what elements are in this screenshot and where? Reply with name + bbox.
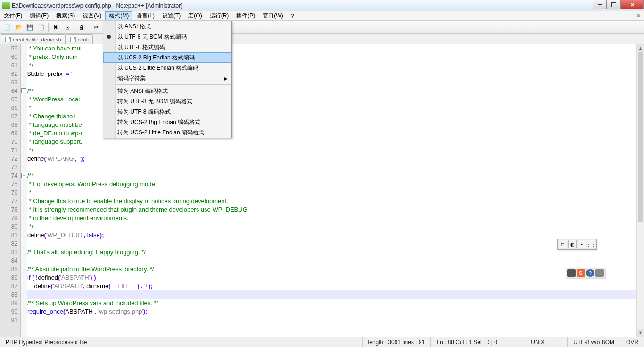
menu-item[interactable]: 文件(F)	[0, 11, 26, 20]
encoding-menu-item[interactable]: 转为 UCS-2 Little Endian 编码格式	[103, 127, 231, 138]
window-controls	[593, 0, 644, 9]
line-number: 76	[0, 189, 20, 197]
code-line[interactable]	[27, 316, 636, 324]
encoding-menu-item[interactable]: 以 UTF-8 格式编码	[103, 42, 231, 52]
code-line[interactable]	[27, 163, 636, 172]
menu-item[interactable]: 宏(O)	[184, 11, 206, 20]
encoding-menu: 以 ANSI 格式以 UTF-8 无 BOM 格式编码以 UTF-8 格式编码以…	[103, 21, 232, 138]
code-line[interactable]: */	[27, 223, 636, 231]
fold-column: --	[21, 44, 27, 337]
document-icon	[5, 37, 11, 42]
menu-item[interactable]: 搜索(S)	[52, 11, 79, 20]
window-title: E:\Downloads\wordpress\wp-config.php - N…	[12, 2, 182, 9]
encoding-menu-item[interactable]: 以 UCS-2 Little Endian 格式编码	[103, 63, 231, 73]
code-line[interactable]: define('WPLANG', '');	[27, 155, 636, 163]
close-button[interactable]	[621, 0, 644, 9]
menu-item[interactable]: 编辑(E)	[26, 11, 52, 20]
code-line[interactable]: /**	[27, 172, 636, 180]
encoding-menu-item[interactable]: 转为 UTF-8 编码格式	[103, 107, 231, 117]
line-number: 75	[0, 180, 20, 189]
code-line[interactable]	[27, 240, 636, 248]
status-eol: UNIX	[525, 337, 568, 347]
line-number: 77	[0, 197, 20, 206]
code-line[interactable]: * Change this to true to enable the disp…	[27, 197, 636, 206]
print-icon[interactable]: 🖨	[76, 22, 87, 33]
tool-icon[interactable]: •	[578, 240, 586, 248]
window-titlebar: E:\Downloads\wordpress\wp-config.php - N…	[0, 0, 644, 11]
floating-toolbar[interactable]: □ ◐ • ⋮⋮	[557, 239, 597, 250]
status-length: length : 3061 lines : 91	[363, 337, 431, 347]
open-file-icon[interactable]: 📂	[13, 22, 24, 33]
scroll-down-icon[interactable]: ▼	[637, 329, 644, 337]
line-number: 67	[0, 112, 20, 121]
code-line[interactable]: /** Absolute path to the WordPress direc…	[27, 265, 636, 273]
fold-toggle-icon[interactable]: -	[21, 88, 26, 93]
code-line[interactable]: /* That's all, stop editing! Happy blogg…	[27, 248, 636, 256]
code-line[interactable]: if ( !defined('ABSPATH') )	[27, 273, 636, 282]
tab-createtable[interactable]: createtable_demo.sh	[1, 34, 66, 44]
code-line[interactable]: /** Sets up WordPress vars and included …	[27, 299, 636, 307]
line-number: 63	[0, 78, 20, 87]
encoding-menu-item[interactable]: 以 UCS-2 Big Endian 格式编码	[103, 52, 231, 63]
menu-item[interactable]: 窗口(W)	[259, 11, 287, 20]
status-encoding: UTF-8 w/o BOM	[568, 337, 620, 347]
menu-item[interactable]: 运行(R)	[206, 11, 233, 20]
ime-help-icon[interactable]: ?	[586, 269, 594, 277]
ime-menu-icon[interactable]	[595, 269, 604, 277]
scrollbar-thumb[interactable]	[638, 52, 643, 222]
code-line[interactable]: * in their development environments.	[27, 214, 636, 223]
cut-icon[interactable]: ✂	[91, 22, 101, 33]
encoding-menu-item[interactable]: 以 UTF-8 无 BOM 格式编码	[103, 32, 231, 42]
line-number: 60	[0, 53, 20, 61]
keyboard-icon[interactable]	[567, 269, 576, 277]
minimize-button[interactable]	[593, 0, 607, 9]
menu-item[interactable]: 格式(M)	[105, 11, 132, 20]
menu-item[interactable]: 插件(P)	[232, 11, 259, 20]
encoding-menu-item[interactable]: 转为 UCS-2 Big Endian 编码格式	[103, 117, 231, 127]
close-all-icon[interactable]: ⎘	[62, 22, 72, 33]
encoding-menu-item[interactable]: 转为 ANSI 编码格式	[103, 86, 231, 96]
save-all-icon[interactable]: 📑	[36, 22, 46, 33]
encoding-menu-item[interactable]: 转为 UTF-8 无 BOM 编码格式	[103, 96, 231, 107]
code-line[interactable]: * It is strongly recommended that plugin…	[27, 206, 636, 214]
fold-toggle-icon[interactable]: -	[21, 173, 26, 178]
ime-bar[interactable]: S ?	[566, 268, 605, 278]
line-number: 83	[0, 248, 20, 256]
menu-item[interactable]: 视图(V)	[79, 11, 105, 20]
mdi-close-icon[interactable]: ✕	[636, 12, 641, 19]
line-number: 66	[0, 104, 20, 112]
line-number: 87	[0, 282, 20, 290]
save-icon[interactable]: 💾	[25, 22, 35, 33]
encoding-menu-item[interactable]: 以 ANSI 格式	[103, 21, 231, 32]
close-file-icon[interactable]: ✖	[50, 22, 61, 33]
code-line[interactable]: */	[27, 146, 636, 155]
radio-dot-icon	[107, 35, 111, 39]
code-line[interactable]: *	[27, 189, 636, 197]
menu-item[interactable]: 语言(L)	[132, 11, 158, 20]
line-number: 80	[0, 223, 20, 231]
line-number: 71	[0, 146, 20, 155]
code-line[interactable]	[27, 256, 636, 265]
code-line[interactable]: * language support.	[27, 138, 636, 146]
code-line[interactable]: require_once(ABSPATH . 'wp-settings.php'…	[27, 307, 636, 316]
menu-item[interactable]: ?	[287, 11, 298, 20]
new-file-icon[interactable]: 📄	[2, 22, 12, 33]
vertical-scrollbar[interactable]: ▲ ▼	[636, 44, 644, 337]
tab-config-partial[interactable]: confi ✕	[66, 34, 93, 44]
tool-icon[interactable]: ⋮⋮	[587, 240, 595, 248]
toolbar-separator	[74, 23, 74, 32]
tool-icon[interactable]: □	[559, 240, 567, 248]
code-line[interactable]: * For developers: WordPress debugging mo…	[27, 180, 636, 189]
code-line[interactable]	[27, 290, 636, 299]
statusbar: PHP Hypertext Preprocessor file length :…	[0, 337, 644, 347]
encoding-menu-item[interactable]: 编码字符集▶	[103, 73, 231, 83]
code-line[interactable]: define('ABSPATH', dirname(__FILE__) . '/…	[27, 282, 636, 290]
menu-item[interactable]: 设置(T)	[158, 11, 184, 20]
ime-s-icon[interactable]: S	[577, 269, 585, 277]
tool-icon[interactable]: ◐	[568, 240, 577, 248]
status-filetype: PHP Hypertext Preprocessor file	[0, 337, 363, 347]
scroll-up-icon[interactable]: ▲	[637, 44, 644, 52]
maximize-button[interactable]	[607, 0, 621, 9]
code-line[interactable]: define('WP_DEBUG', false);	[27, 231, 636, 240]
code-editor[interactable]: 5960616263646566676869707172737475767778…	[0, 44, 644, 337]
